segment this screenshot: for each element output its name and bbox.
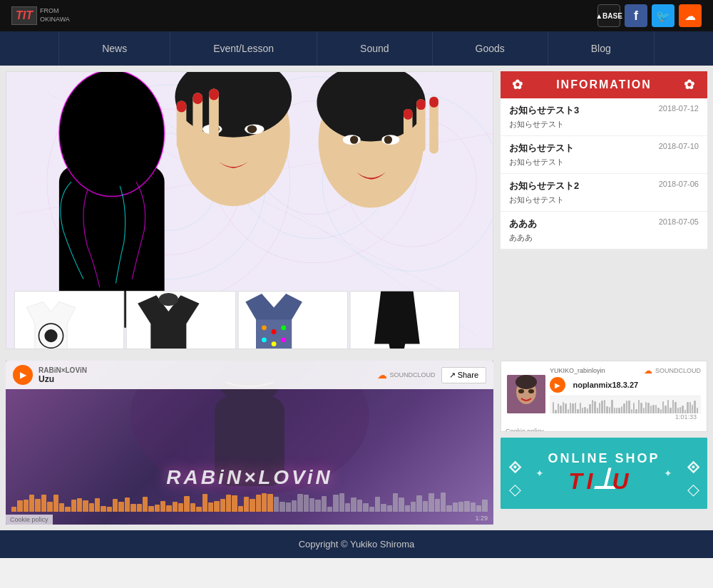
- info-item-3[interactable]: あああ 2018-07-05 あああ: [501, 212, 707, 249]
- player-left-track: Uzu: [39, 374, 371, 384]
- svg-text:T: T: [568, 468, 584, 494]
- facebook-link[interactable]: f: [625, 4, 647, 27]
- info-item-date-3: 2018-07-05: [659, 217, 699, 226]
- info-item-date-2: 2018-07-06: [659, 180, 699, 188]
- waveform-left[interactable]: [6, 490, 493, 512]
- svg-point-33: [384, 135, 392, 143]
- logo-text: TIT: [16, 9, 33, 21]
- svg-point-52: [281, 337, 286, 342]
- info-item-title-3: あああ: [509, 217, 537, 230]
- svg-rect-27: [209, 89, 219, 100]
- svg-text:✦: ✦: [664, 468, 672, 479]
- info-panel: ✿ INFORMATION ✿ お知らせテスト3 2018-07-12 お知らせ…: [501, 71, 707, 349]
- share-icon: ↗: [449, 371, 458, 379]
- svg-point-50: [262, 337, 267, 342]
- info-item-2[interactable]: お知らせテスト2 2018-07-06 お知らせテスト: [501, 174, 707, 212]
- player-right-artist: YUKIKO_rabinloyin: [550, 367, 605, 374]
- svg-text:U: U: [612, 468, 629, 494]
- info-item-0[interactable]: お知らせテスト3 2018-07-12 お知らせテスト: [501, 98, 707, 136]
- info-item-desc-3: あああ: [509, 232, 699, 243]
- sc-cloud-icon-right: ☁: [644, 366, 652, 376]
- svg-text:◇: ◇: [509, 480, 521, 498]
- player-right-col: YUKIKO_rabinloyin ☁ SOUNDCLOUD ▶ noplanm…: [501, 361, 707, 525]
- info-header: ✿ INFORMATION ✿: [501, 71, 707, 98]
- soundcloud-logo-left: ☁ SOUNDCLOUD: [377, 369, 436, 381]
- svg-point-61: [518, 389, 524, 393]
- player-right: YUKIKO_rabinloyin ☁ SOUNDCLOUD ▶ noplanm…: [501, 361, 707, 432]
- main-content: ✿ INFORMATION ✿ お知らせテスト3 2018-07-12 お知らせ…: [0, 66, 713, 355]
- play-button-left[interactable]: ▶: [13, 365, 33, 385]
- nav-sound[interactable]: Sound: [317, 31, 432, 66]
- svg-text:⟐: ⟐: [687, 454, 700, 478]
- info-item-desc-0: お知らせテスト: [509, 119, 699, 130]
- shop-banner[interactable]: ⟐ ◇ ONLINE SHOP T I ⊥ U ⟐ ◇ ✦ ✦: [501, 438, 707, 509]
- player-title-overlay: RABiN×LOViN: [6, 466, 493, 489]
- waveform-right[interactable]: [550, 396, 701, 413]
- info-title: INFORMATION: [556, 78, 652, 91]
- info-item-title-1: お知らせテスト: [509, 142, 574, 155]
- svg-text:✦: ✦: [535, 468, 544, 479]
- soundcloud-icon: ☁: [684, 9, 696, 23]
- svg-point-42: [44, 329, 57, 342]
- info-flower-right: ✿: [684, 77, 696, 93]
- player-left: RABiN×LOViN ▶ RABiN×LOViN Uzu ☁ SOUNDCLO…: [6, 361, 493, 525]
- facebook-icon: f: [634, 9, 638, 24]
- svg-text:◇: ◇: [687, 480, 699, 498]
- svg-text:⟐: ⟐: [508, 454, 522, 478]
- sc-cloud-icon-left: ☁: [377, 369, 387, 381]
- player-right-track: noplanmix18.3.27: [573, 381, 638, 389]
- hero-section: [6, 71, 493, 349]
- base-link[interactable]: ▲BASE: [597, 4, 620, 27]
- info-item-date-1: 2018-07-10: [659, 142, 699, 150]
- svg-rect-26: [193, 93, 202, 104]
- logo-sub: FROMOKINAWA: [40, 7, 70, 24]
- player-right-header: YUKIKO_rabinloyin ☁ SOUNDCLOUD ▶ noplanm…: [501, 361, 707, 426]
- player-title-text: RABiN×LOViN: [166, 466, 333, 488]
- bottom-section: RABiN×LOViN ▶ RABiN×LOViN Uzu ☁ SOUNDCLO…: [0, 355, 713, 530]
- info-item-title-0: お知らせテスト3: [509, 104, 579, 117]
- nav-goods[interactable]: Goods: [433, 31, 548, 66]
- cookie-policy-right[interactable]: Cookie policy: [501, 426, 707, 432]
- player-right-thumbnail: [507, 375, 545, 413]
- social-icons: ▲BASE f 🐦 ☁: [597, 4, 702, 27]
- info-item-1[interactable]: お知らせテスト 2018-07-10 お知らせテスト: [501, 136, 707, 174]
- twitter-icon: 🐦: [656, 9, 670, 23]
- copyright-text: Copyright © Yukiko Shiroma: [299, 539, 415, 550]
- logo-area: TIT FROMOKINAWA: [11, 6, 70, 25]
- cookie-policy-left[interactable]: Cookie policy: [6, 515, 53, 525]
- player-left-time: 1:29: [475, 515, 488, 522]
- nav-event[interactable]: Event/Lesson: [170, 31, 317, 66]
- svg-rect-37: [404, 109, 413, 120]
- player-left-artist: RABiN×LOViN: [39, 366, 371, 374]
- svg-point-21: [247, 125, 257, 133]
- soundcloud-link[interactable]: ☁: [679, 4, 702, 27]
- svg-point-60: [515, 375, 537, 389]
- svg-point-47: [262, 325, 267, 330]
- twitter-link[interactable]: 🐦: [652, 4, 674, 27]
- info-item-desc-2: お知らせテスト: [509, 195, 699, 205]
- info-item-date-0: 2018-07-12: [659, 104, 699, 113]
- header: TIT FROMOKINAWA ▲BASE f 🐦 ☁: [0, 0, 713, 31]
- play-button-right[interactable]: ▶: [550, 377, 565, 393]
- svg-rect-39: [429, 97, 438, 108]
- navigation: News Event/Lesson Sound Goods Blog: [0, 31, 713, 66]
- svg-point-51: [272, 341, 277, 346]
- soundcloud-logo-right: ☁ SOUNDCLOUD: [644, 366, 701, 376]
- player-left-meta: RABiN×LOViN Uzu: [39, 366, 371, 384]
- nav-news[interactable]: News: [58, 31, 170, 66]
- svg-point-62: [528, 389, 534, 393]
- player-right-time: 1:01:33: [550, 413, 701, 422]
- svg-point-48: [272, 329, 277, 334]
- player-left-header: ▶ RABiN×LOViN Uzu ☁ SOUNDCLOUD ↗ Share: [6, 361, 493, 389]
- svg-rect-38: [416, 99, 426, 110]
- share-button-left[interactable]: ↗ Share: [441, 367, 486, 383]
- svg-point-31: [350, 135, 358, 143]
- info-item-title-2: お知らせテスト2: [509, 180, 579, 192]
- info-flower-left: ✿: [512, 77, 524, 93]
- svg-rect-25: [177, 101, 187, 113]
- svg-point-49: [281, 325, 286, 330]
- nav-blog[interactable]: Blog: [548, 31, 655, 66]
- info-item-desc-1: お知らせテスト: [509, 157, 699, 167]
- svg-point-44: [159, 293, 178, 306]
- footer: Copyright © Yukiko Shiroma: [0, 530, 713, 558]
